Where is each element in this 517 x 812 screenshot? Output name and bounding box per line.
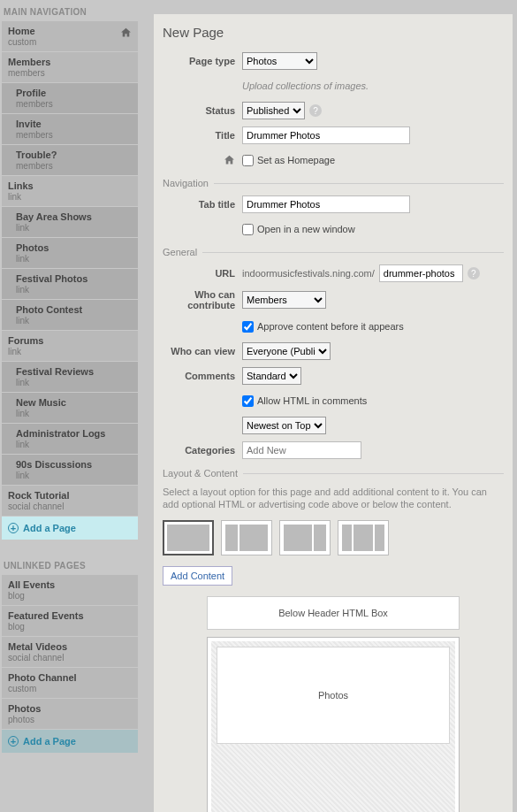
url-base: indoormusicfestivals.ning.com/	[242, 268, 375, 279]
nav-item-subtitle: link	[16, 285, 132, 295]
approve-checkbox[interactable]	[242, 321, 254, 333]
nav-item[interactable]: Invitemembers	[2, 114, 138, 144]
nav-item-title: All Events	[8, 579, 55, 590]
nav-item-title: Forums	[8, 335, 43, 346]
nav-item-title: Metal Videos	[8, 641, 67, 652]
page-heading: New Page	[163, 25, 504, 40]
nav-item[interactable]: Membersmembers	[2, 52, 138, 82]
layout-desc: Select a layout option for this page and…	[163, 486, 504, 511]
nav-item[interactable]: Administrator Logslink	[2, 424, 138, 454]
nav-item[interactable]: Profilemembers	[2, 83, 138, 113]
add-page-button[interactable]: + Add a Page	[2, 517, 138, 540]
nav-item-subtitle: link	[16, 223, 132, 233]
nav-item-subtitle: members	[16, 99, 132, 109]
nav-item-title: Home	[8, 26, 35, 36]
nav-item-subtitle: link	[8, 347, 132, 356]
url-slug-input[interactable]	[379, 264, 463, 282]
nav-item-subtitle: link	[16, 440, 132, 449]
label-page-type: Page type	[163, 56, 242, 66]
label-view: Who can view	[163, 346, 242, 356]
homepage-checkbox[interactable]	[242, 155, 254, 166]
help-icon[interactable]: ?	[468, 267, 480, 280]
nav-item-subtitle: members	[16, 130, 132, 140]
nav-item[interactable]: Forumslink	[2, 331, 138, 361]
comments-select[interactable]: Standard	[242, 367, 301, 385]
section-layout: Layout & Content	[163, 468, 243, 479]
label-tab-title: Tab title	[163, 199, 242, 210]
nav-item[interactable]: Photo Channelcustom	[2, 668, 138, 698]
nav-item[interactable]: Metal Videossocial channel	[2, 637, 138, 667]
add-page-label: Add a Page	[23, 523, 76, 533]
nav-item-title: 90s Discussions	[16, 459, 92, 470]
categories-input[interactable]	[242, 441, 361, 459]
label-comments: Comments	[163, 371, 242, 381]
nav-item-title: Photos	[16, 242, 49, 253]
nav-item[interactable]: New Musiclink	[2, 393, 138, 423]
nav-item[interactable]: Linkslink	[2, 176, 138, 206]
nav-item-title: Photo Channel	[8, 672, 77, 683]
nav-item-title: Administrator Logs	[16, 428, 105, 439]
nav-item-title: Festival Reviews	[16, 366, 94, 377]
nav-item[interactable]: Festival Photoslink	[2, 269, 138, 299]
allow-html-checkbox[interactable]	[242, 395, 254, 407]
nav-item[interactable]: Festival Reviewslink	[2, 362, 138, 392]
layout-2col-right[interactable]	[279, 520, 331, 555]
nav-item-title: Photos	[8, 703, 41, 714]
homepage-label: Set as Homepage	[257, 155, 335, 165]
add-page-button-unlinked[interactable]: + Add a Page	[2, 730, 138, 753]
label-contribute: Who can contribute	[163, 289, 242, 310]
label-status: Status	[163, 105, 242, 116]
add-content-button[interactable]: Add Content	[163, 566, 232, 586]
nav-item[interactable]: 90s Discussionslink	[2, 455, 138, 485]
plus-icon: +	[8, 736, 19, 747]
status-select[interactable]: Published	[242, 102, 305, 119]
nav-item-subtitle: custom	[8, 37, 132, 47]
main-panel: New Page Page type Photos Upload collect…	[154, 14, 513, 812]
plus-icon: +	[8, 523, 19, 533]
page-type-select[interactable]: Photos	[242, 52, 317, 70]
nav-item[interactable]: Photoslink	[2, 238, 138, 268]
nav-item[interactable]: Featured Eventsblog	[2, 606, 138, 636]
nav-item-subtitle: social channel	[8, 502, 132, 511]
nav-item-title: Photo Contest	[16, 304, 82, 315]
below-header-box[interactable]: Below Header HTML Box	[207, 596, 460, 630]
photos-module[interactable]: Photos	[217, 647, 450, 744]
help-icon[interactable]: ?	[309, 104, 322, 117]
nav-item-title: New Music	[16, 397, 66, 408]
nav-item[interactable]: Trouble?members	[2, 145, 138, 175]
main-nav-heading: MAIN NAVIGATION	[2, 4, 138, 20]
layout-1col[interactable]	[163, 520, 214, 555]
nav-item[interactable]: Homecustom	[2, 21, 138, 51]
layout-options	[163, 520, 504, 555]
title-input[interactable]	[242, 126, 410, 144]
layout-preview: Photos	[207, 637, 460, 812]
layout-3col[interactable]	[338, 520, 389, 555]
view-select[interactable]: Everyone (Public)	[242, 342, 331, 360]
nav-item-subtitle: link	[16, 378, 132, 387]
allow-html-label: Allow HTML in comments	[257, 395, 367, 406]
new-window-checkbox[interactable]	[242, 224, 254, 235]
comment-order-select[interactable]: Newest on Top	[242, 417, 326, 434]
nav-item-title: Profile	[16, 88, 46, 98]
add-page-label: Add a Page	[23, 736, 76, 747]
nav-item-subtitle: members	[16, 161, 132, 171]
tab-title-input[interactable]	[242, 195, 410, 213]
section-general: General	[163, 247, 202, 257]
nav-item-title: Bay Area Shows	[16, 211, 92, 222]
sidebar: MAIN NAVIGATION HomecustomMembersmembers…	[0, 0, 140, 812]
nav-item[interactable]: Photosphotos	[2, 699, 138, 729]
nav-item[interactable]: Rock Tutorialsocial channel	[2, 486, 138, 516]
nav-item-title: Festival Photos	[16, 273, 87, 284]
nav-item-title: Trouble?	[16, 149, 57, 160]
label-categories: Categories	[163, 445, 242, 456]
nav-item[interactable]: Photo Contestlink	[2, 300, 138, 330]
nav-item-subtitle: link	[16, 254, 132, 264]
contribute-select[interactable]: Members	[242, 291, 326, 309]
nav-item[interactable]: Bay Area Showslink	[2, 207, 138, 237]
layout-2col-left[interactable]	[221, 520, 272, 555]
section-navigation: Navigation	[163, 178, 214, 188]
page-type-desc: Upload collections of images.	[242, 80, 369, 91]
nav-item-subtitle: blog	[8, 622, 132, 632]
nav-item[interactable]: All Eventsblog	[2, 575, 138, 605]
nav-item-subtitle: link	[16, 409, 132, 418]
